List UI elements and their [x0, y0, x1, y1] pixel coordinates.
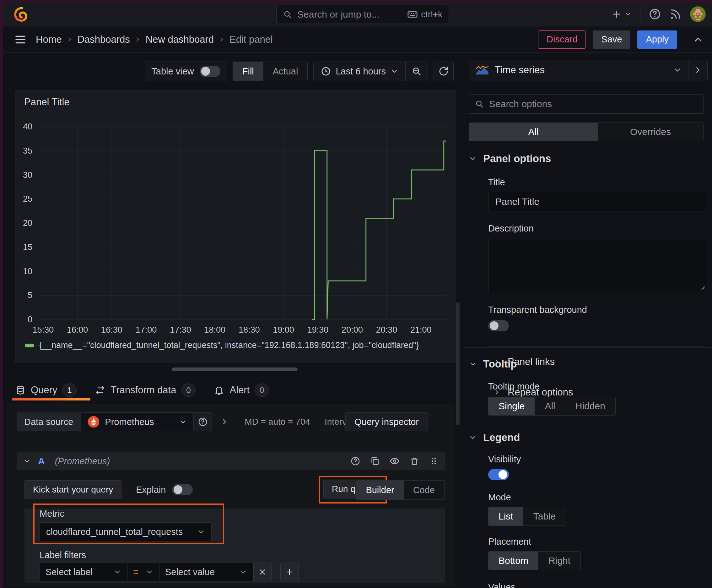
legend-section-header[interactable]: Legend: [469, 432, 708, 443]
breadcrumb-home[interactable]: Home: [36, 34, 62, 45]
user-avatar[interactable]: [690, 6, 706, 22]
tooltip-mode-hidden[interactable]: Hidden: [565, 397, 615, 415]
chevron-down-icon: [469, 434, 477, 442]
tab-overrides[interactable]: Overrides: [598, 123, 703, 141]
legend-placement-right[interactable]: Right: [538, 551, 580, 570]
legend-placement-bottom[interactable]: Bottom: [489, 551, 538, 570]
tab-alert[interactable]: Alert 0: [214, 383, 269, 397]
plus-icon: [285, 567, 294, 577]
datasource-help-button[interactable]: [194, 413, 212, 431]
chevron-down-icon: [145, 568, 153, 576]
zoom-out-button[interactable]: [405, 62, 428, 81]
trash-icon[interactable]: [409, 456, 419, 466]
select-value-dropdown[interactable]: Select value: [159, 563, 253, 582]
menu-icon[interactable]: [14, 33, 27, 46]
table-view-switch[interactable]: [200, 66, 220, 77]
drag-grip-icon[interactable]: [429, 456, 439, 466]
svg-text:17:00: 17:00: [136, 325, 157, 335]
breadcrumb-bar: Home Dashboards New dashboard Edit panel…: [3, 26, 712, 53]
search-icon: [283, 10, 292, 19]
query-datasource-hint: (Prometheus): [55, 456, 110, 466]
legend-mode-list[interactable]: List: [489, 507, 523, 525]
chevron-right-icon: [134, 36, 141, 43]
add-filter-button[interactable]: [280, 563, 299, 582]
query-row-header[interactable]: A (Prometheus): [17, 452, 445, 470]
breadcrumb-new-dashboard[interactable]: New dashboard: [146, 34, 214, 45]
news-rss-icon[interactable]: [669, 8, 682, 20]
remove-filter-button[interactable]: [253, 563, 272, 582]
breadcrumb: Home Dashboards New dashboard Edit panel: [36, 34, 273, 45]
tab-all[interactable]: All: [469, 123, 598, 141]
datasource-picker[interactable]: Prometheus: [81, 413, 194, 431]
divider: [640, 7, 641, 21]
help-icon[interactable]: [649, 8, 661, 20]
operator-dropdown[interactable]: =: [127, 563, 159, 582]
explain-switch[interactable]: [172, 484, 193, 495]
discard-button[interactable]: Discard: [538, 30, 586, 49]
close-icon: [258, 568, 267, 576]
metric-select[interactable]: cloudflared_tunnel_total_requests: [40, 522, 212, 541]
svg-text:40: 40: [23, 122, 33, 131]
plus-icon: [611, 9, 622, 19]
chart-panel: Panel Title 051015202530354015:3016:0016…: [15, 90, 456, 363]
help-icon: [198, 417, 208, 427]
legend-mode-table[interactable]: Table: [523, 507, 566, 525]
query-count-badge: 1: [62, 383, 77, 397]
save-button[interactable]: Save: [593, 30, 630, 49]
chevron-right-icon: [693, 65, 703, 75]
tab-query[interactable]: Query 1: [15, 383, 77, 397]
chart-legend[interactable]: {__name__="cloudflared_tunnel_total_requ…: [25, 340, 419, 350]
builder-option[interactable]: Builder: [356, 481, 404, 499]
tab-transform-data[interactable]: Transform data 0: [95, 383, 196, 397]
panel-options-section-header[interactable]: Panel options: [469, 153, 708, 165]
actual-option[interactable]: Actual: [263, 62, 308, 81]
chevron-up-icon[interactable]: [693, 34, 704, 45]
kick-start-query-button[interactable]: Kick start your query: [24, 480, 122, 499]
new-menu-button[interactable]: [611, 9, 632, 19]
duplicate-icon[interactable]: [370, 456, 380, 466]
global-search-input[interactable]: Search or jump to... ctrl+k: [276, 5, 449, 24]
help-icon[interactable]: [350, 456, 360, 466]
time-series-chart[interactable]: 051015202530354015:3016:0016:3017:0017:3…: [15, 106, 456, 348]
resize-corner-icon[interactable]: [697, 282, 706, 290]
tooltip-mode-all[interactable]: All: [535, 397, 565, 415]
svg-text:17:30: 17:30: [170, 325, 191, 335]
window-edge-left: [0, 0, 3, 588]
query-ref-id: A: [38, 456, 45, 466]
panel-resize-handle[interactable]: [172, 368, 298, 371]
tooltip-section-header[interactable]: Tooltip: [469, 358, 708, 370]
query-section-tabs: Query 1 Transform data 0 Alert 0: [15, 381, 455, 400]
viz-suggestions-button[interactable]: [688, 60, 708, 80]
visualization-picker[interactable]: Time series: [469, 60, 688, 80]
chevron-right-icon[interactable]: [220, 417, 229, 426]
tooltip-mode-single[interactable]: Single: [489, 397, 535, 415]
select-label-dropdown[interactable]: Select label: [40, 563, 127, 582]
svg-text:20:00: 20:00: [342, 325, 363, 335]
breadcrumb-dashboards[interactable]: Dashboards: [78, 34, 130, 45]
options-search-input[interactable]: [489, 99, 697, 109]
panel-title-input[interactable]: [488, 192, 708, 211]
eye-icon[interactable]: [389, 456, 400, 466]
svg-text:21:00: 21:00: [410, 325, 432, 335]
svg-text:5: 5: [28, 291, 33, 300]
description-textarea[interactable]: [488, 238, 708, 292]
code-option[interactable]: Code: [404, 481, 444, 499]
grafana-logo-icon[interactable]: [13, 6, 29, 22]
transparent-background-switch[interactable]: [488, 320, 509, 331]
fill-option[interactable]: Fill: [233, 62, 263, 81]
builder-code-group: Builder Code: [356, 480, 445, 500]
svg-text:16:00: 16:00: [67, 325, 88, 335]
chevron-down-icon: [239, 568, 247, 576]
refresh-button[interactable]: [434, 62, 454, 81]
legend-visibility-switch[interactable]: [488, 469, 509, 480]
time-range-button[interactable]: Last 6 hours: [314, 66, 405, 77]
apply-button[interactable]: Apply: [637, 30, 677, 49]
scrollbar-thumb[interactable]: [456, 302, 459, 425]
tab-query-label: Query: [31, 384, 57, 396]
query-inspector-button[interactable]: Query inspector: [345, 413, 428, 431]
svg-text:15: 15: [23, 243, 33, 252]
svg-text:35: 35: [23, 146, 33, 155]
search-placeholder: Search or jump to...: [297, 9, 407, 20]
refresh-icon: [438, 66, 449, 77]
options-search[interactable]: [469, 94, 704, 114]
